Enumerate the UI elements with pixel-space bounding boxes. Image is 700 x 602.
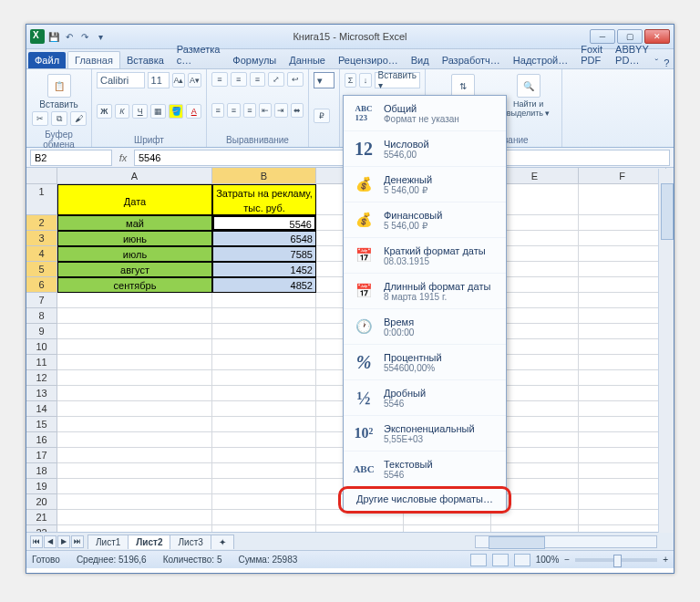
cell[interactable]: 7585 bbox=[212, 246, 316, 262]
numfmt-currency[interactable]: 💰Денежный5 546,00 ₽ bbox=[344, 167, 506, 202]
cell[interactable] bbox=[212, 308, 316, 324]
sheet-tab-active[interactable]: Лист2 bbox=[128, 535, 170, 549]
row-header[interactable]: 2 bbox=[26, 215, 57, 231]
autosum-icon[interactable]: Σ bbox=[345, 73, 356, 88]
cell[interactable] bbox=[57, 308, 212, 324]
cell[interactable] bbox=[579, 479, 666, 494]
row-header[interactable]: 14 bbox=[26, 401, 57, 417]
row-header[interactable]: 6 bbox=[26, 277, 57, 293]
cell[interactable] bbox=[212, 339, 316, 355]
numfmt-scientific[interactable]: 10²Экспоненциальный5,55E+03 bbox=[344, 416, 506, 452]
new-sheet-button[interactable]: ✦ bbox=[211, 535, 234, 549]
row-header[interactable]: 1 bbox=[26, 184, 57, 215]
cell[interactable]: июль bbox=[57, 246, 212, 262]
view-page-layout-icon[interactable] bbox=[492, 554, 509, 566]
numfmt-fraction[interactable]: ½Дробный5546 bbox=[344, 380, 506, 416]
sheet-nav-prev-icon[interactable]: ◀ bbox=[44, 535, 57, 548]
tab-view[interactable]: Вид bbox=[405, 52, 436, 68]
tab-formulas[interactable]: Формулы bbox=[226, 52, 283, 68]
numfmt-short-date[interactable]: 📅Краткий формат даты08.03.1915 bbox=[344, 238, 506, 274]
tab-abbyy[interactable]: ABBYY PD… bbox=[609, 41, 655, 68]
cell[interactable] bbox=[579, 525, 666, 532]
qat-dropdown-icon[interactable]: ▾ bbox=[94, 30, 107, 43]
row-header[interactable]: 15 bbox=[26, 417, 57, 432]
row-header[interactable]: 22 bbox=[26, 525, 57, 532]
copy-icon[interactable]: ⧉ bbox=[51, 111, 67, 126]
numfmt-accounting[interactable]: 💰Финансовый5 546,00 ₽ bbox=[344, 202, 506, 238]
currency-icon[interactable]: ₽ bbox=[314, 109, 330, 123]
cell[interactable] bbox=[57, 339, 212, 355]
cell[interactable] bbox=[57, 293, 212, 308]
cell[interactable] bbox=[212, 417, 316, 432]
cell[interactable] bbox=[212, 293, 316, 308]
cut-icon[interactable]: ✂ bbox=[32, 111, 48, 126]
cell[interactable] bbox=[579, 215, 666, 231]
cell[interactable] bbox=[579, 417, 666, 432]
col-header-f[interactable]: F bbox=[579, 168, 666, 184]
name-box[interactable]: B2 bbox=[30, 150, 112, 166]
zoom-slider[interactable] bbox=[575, 558, 657, 562]
cell[interactable] bbox=[57, 324, 212, 339]
tab-review[interactable]: Рецензиро… bbox=[332, 52, 405, 68]
sheet-tab[interactable]: Лист1 bbox=[88, 535, 129, 549]
row-header[interactable]: 19 bbox=[26, 479, 57, 494]
sheet-nav-last-icon[interactable]: ⏭ bbox=[71, 535, 84, 548]
zoom-out-button[interactable]: − bbox=[564, 555, 570, 565]
paste-button[interactable]: 📋 Вставить bbox=[31, 72, 87, 111]
cell[interactable] bbox=[579, 510, 666, 525]
undo-icon[interactable]: ↶ bbox=[63, 30, 76, 43]
cell[interactable] bbox=[579, 355, 666, 370]
row-header[interactable]: 4 bbox=[26, 246, 57, 262]
font-color-button[interactable]: A bbox=[186, 104, 201, 119]
cell[interactable] bbox=[404, 525, 491, 532]
row-header[interactable]: 10 bbox=[26, 339, 57, 355]
fill-color-button[interactable]: 🪣 bbox=[169, 104, 184, 119]
cell[interactable] bbox=[404, 510, 491, 525]
cell[interactable] bbox=[579, 386, 666, 401]
row-header[interactable]: 18 bbox=[26, 463, 57, 479]
align-bottom-icon[interactable]: ≡ bbox=[250, 72, 266, 87]
cell[interactable] bbox=[579, 401, 666, 417]
cell[interactable] bbox=[57, 448, 212, 463]
sheet-tab[interactable]: Лист3 bbox=[170, 535, 211, 549]
vertical-scrollbar[interactable] bbox=[658, 169, 674, 533]
col-header-b[interactable]: B bbox=[212, 168, 316, 184]
cell[interactable] bbox=[579, 262, 666, 277]
cell[interactable] bbox=[57, 401, 212, 417]
wrap-text-icon[interactable]: ↩ bbox=[287, 72, 304, 87]
tab-page-layout[interactable]: Разметка с… bbox=[170, 41, 227, 68]
cell[interactable] bbox=[579, 231, 666, 246]
zoom-in-button[interactable]: + bbox=[663, 555, 668, 565]
row-header[interactable]: 17 bbox=[26, 448, 57, 463]
decrease-indent-icon[interactable]: ⇤ bbox=[259, 103, 272, 118]
orientation-icon[interactable]: ⤢ bbox=[268, 72, 284, 87]
numfmt-time[interactable]: 🕐Время0:00:00 bbox=[344, 309, 506, 345]
horizontal-scrollbar[interactable] bbox=[475, 535, 657, 548]
row-header[interactable]: 9 bbox=[26, 324, 57, 339]
cell[interactable]: июнь bbox=[57, 231, 212, 246]
cell[interactable] bbox=[212, 510, 316, 525]
cell[interactable] bbox=[57, 355, 212, 370]
align-top-icon[interactable]: ≡ bbox=[211, 72, 228, 87]
row-header[interactable]: 7 bbox=[26, 293, 57, 308]
numfmt-text[interactable]: ABCТекстовый5546 bbox=[344, 452, 506, 487]
cell[interactable]: сентябрь bbox=[57, 277, 212, 293]
tab-addins[interactable]: Надстрой… bbox=[507, 52, 574, 68]
row-header[interactable]: 5 bbox=[26, 262, 57, 277]
number-format-dropdown[interactable]: ▾ bbox=[314, 72, 335, 88]
tab-file[interactable]: Файл bbox=[28, 52, 66, 68]
cell[interactable]: 6548 bbox=[212, 231, 316, 246]
format-painter-icon[interactable]: 🖌 bbox=[70, 111, 87, 126]
ribbon-minimize-icon[interactable]: ˇ bbox=[655, 57, 659, 68]
cell[interactable] bbox=[212, 463, 316, 479]
row-header[interactable]: 3 bbox=[26, 231, 57, 246]
row-header[interactable]: 13 bbox=[26, 386, 57, 401]
cell[interactable] bbox=[212, 370, 316, 386]
cell[interactable]: Затраты на рекламу, тыс. руб. bbox=[212, 184, 316, 215]
numfmt-number[interactable]: 12Числовой5546,00 bbox=[344, 131, 506, 167]
tab-data[interactable]: Данные bbox=[283, 52, 332, 68]
tab-foxit[interactable]: Foxit PDF bbox=[574, 41, 609, 68]
cell[interactable] bbox=[57, 370, 212, 386]
cell[interactable] bbox=[57, 479, 212, 494]
find-select-button[interactable]: 🔍 Найти и выделить ▾ bbox=[499, 72, 557, 119]
